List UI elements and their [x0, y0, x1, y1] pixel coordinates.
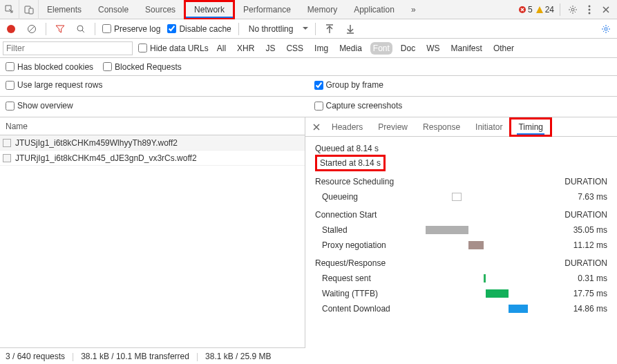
tab-headers[interactable]: Headers [325, 117, 370, 137]
resources-size: 38.1 kB / 25.9 MB [205, 352, 271, 361]
transferred-size: 38.1 kB / 10.1 MB transferred [81, 352, 189, 361]
blocked-filter-bar: Has blocked cookies Blocked Requests [0, 58, 617, 76]
request-list-pane: Name JTUSjIg1_i6t8kCHKm459WlhyyTh89Y.wof… [0, 117, 305, 364]
filter-js[interactable]: JS [263, 42, 278, 55]
filter-bar: Hide data URLs All XHR JS CSS Img Media … [0, 39, 617, 58]
table-row[interactable]: JTUSjIg1_i6t8kCHKm459WlhyyTh89Y.woff2 [0, 135, 305, 151]
display-options-2: Show overview Capture screenshots [0, 97, 617, 117]
svg-point-9 [605, 28, 607, 30]
throttling-select[interactable]: No throttling [249, 24, 309, 34]
tab-console[interactable]: Console [90, 0, 137, 19]
filter-font[interactable]: Font [370, 42, 392, 55]
filter-ws[interactable]: WS [424, 42, 442, 55]
svg-point-4 [589, 5, 591, 7]
timing-row: Waiting (TTFB)17.75 ms [315, 286, 607, 301]
filter-img[interactable]: Img [312, 42, 331, 55]
display-options: Use large request rows Group by frame [0, 76, 617, 97]
more-tabs-icon[interactable]: » [403, 0, 424, 19]
svg-point-8 [77, 26, 83, 31]
disable-cache-checkbox[interactable]: Disable cache [167, 24, 231, 34]
request-rows: JTUSjIg1_i6t8kCHKm459WlhyyTh89Y.woff2 JT… [0, 135, 305, 364]
record-button[interactable] [4, 22, 18, 36]
filter-manifest[interactable]: Manifest [448, 42, 485, 55]
svg-point-6 [589, 12, 591, 14]
preserve-log-checkbox[interactable]: Preserve log [102, 24, 160, 34]
group-by-frame-checkbox[interactable]: Group by frame [314, 80, 612, 90]
inspect-icon[interactable] [0, 0, 19, 19]
tab-response[interactable]: Response [416, 117, 467, 137]
close-detail-icon[interactable] [310, 120, 323, 134]
search-icon[interactable] [74, 22, 88, 36]
warning-badge[interactable]: 24 [535, 5, 554, 15]
section-request-response: Request/ResponseDURATION [315, 253, 607, 271]
section-resource-scheduling: Resource SchedulingDURATION [315, 171, 607, 189]
filter-xhr[interactable]: XHR [234, 42, 257, 55]
close-icon[interactable] [599, 3, 613, 17]
table-row[interactable]: JTURjIg1_i6t8kCHKm45_dJE3gnD_vx3rCs.woff… [0, 151, 305, 166]
capture-screenshots-checkbox[interactable]: Capture screenshots [314, 101, 612, 111]
svg-point-3 [571, 8, 574, 11]
file-icon [3, 139, 11, 147]
tab-initiator[interactable]: Initiator [468, 117, 509, 137]
resource-type-filters: All XHR JS CSS Img Media Font Doc WS Man… [214, 42, 517, 55]
timing-body: Queued at 8.14 s Started at 8.14 s Resou… [305, 137, 617, 364]
error-count: 5 [528, 5, 533, 15]
blocked-cookies-checkbox[interactable]: Has blocked cookies [6, 62, 93, 72]
timing-row: Request sent0.31 ms [315, 271, 607, 286]
name-column-header[interactable]: Name [0, 117, 305, 135]
tab-preview[interactable]: Preview [371, 117, 415, 137]
tab-sources[interactable]: Sources [137, 0, 184, 19]
blocked-requests-checkbox[interactable]: Blocked Requests [103, 62, 182, 72]
queued-at-text: Queued at 8.14 s [315, 142, 607, 155]
section-connection-start: Connection StartDURATION [315, 204, 607, 222]
kebab-menu-icon[interactable] [582, 3, 596, 17]
detail-pane: Headers Preview Response Initiator Timin… [305, 117, 617, 364]
main-content: Name JTUSjIg1_i6t8kCHKm459WlhyyTh89Y.wof… [0, 117, 617, 364]
tab-application[interactable]: Application [345, 0, 403, 19]
download-har-icon[interactable] [343, 22, 357, 36]
network-settings-icon[interactable] [599, 22, 613, 36]
status-bar: 3 / 640 requests| 38.1 kB / 10.1 MB tran… [0, 347, 305, 364]
timing-row: Content Download14.86 ms [315, 301, 607, 316]
upload-har-icon[interactable] [323, 22, 336, 36]
tab-elements[interactable]: Elements [39, 0, 90, 19]
filter-other[interactable]: Other [491, 42, 517, 55]
timing-row: Queueing7.63 ms [315, 189, 607, 204]
timing-row: Proxy negotiation11.12 ms [315, 238, 607, 253]
tab-memory[interactable]: Memory [299, 0, 345, 19]
svg-rect-1 [29, 8, 33, 14]
filter-css[interactable]: CSS [283, 42, 306, 55]
filter-input[interactable] [3, 41, 133, 55]
filter-doc[interactable]: Doc [398, 42, 418, 55]
settings-icon[interactable] [566, 3, 580, 17]
timing-row: Stalled35.05 ms [315, 222, 607, 238]
detail-tabs: Headers Preview Response Initiator Timin… [305, 117, 617, 137]
large-rows-checkbox[interactable]: Use large request rows [6, 80, 303, 90]
file-icon [3, 154, 11, 162]
network-toolbar: Preserve log Disable cache No throttling [0, 19, 617, 39]
filter-all[interactable]: All [214, 42, 229, 55]
filter-icon[interactable] [53, 22, 67, 36]
device-toggle-icon[interactable] [19, 0, 39, 19]
main-tabs-bar: Elements Console Sources Network Perform… [0, 0, 617, 19]
panel-tabs: Elements Console Sources Network Perform… [39, 0, 514, 19]
filter-media[interactable]: Media [336, 42, 365, 55]
tab-timing[interactable]: Timing [509, 117, 552, 137]
clear-icon[interactable] [25, 22, 39, 36]
svg-point-5 [589, 8, 591, 10]
warning-count: 24 [545, 5, 554, 15]
started-at-text: Started at 8.14 s [315, 155, 386, 171]
error-badge[interactable]: 5 [518, 5, 533, 15]
hide-data-urls-checkbox[interactable]: Hide data URLs [138, 44, 209, 53]
tab-performance[interactable]: Performance [235, 0, 299, 19]
tab-network[interactable]: Network [184, 0, 235, 19]
request-count: 3 / 640 requests [6, 352, 65, 361]
show-overview-checkbox[interactable]: Show overview [6, 101, 303, 111]
